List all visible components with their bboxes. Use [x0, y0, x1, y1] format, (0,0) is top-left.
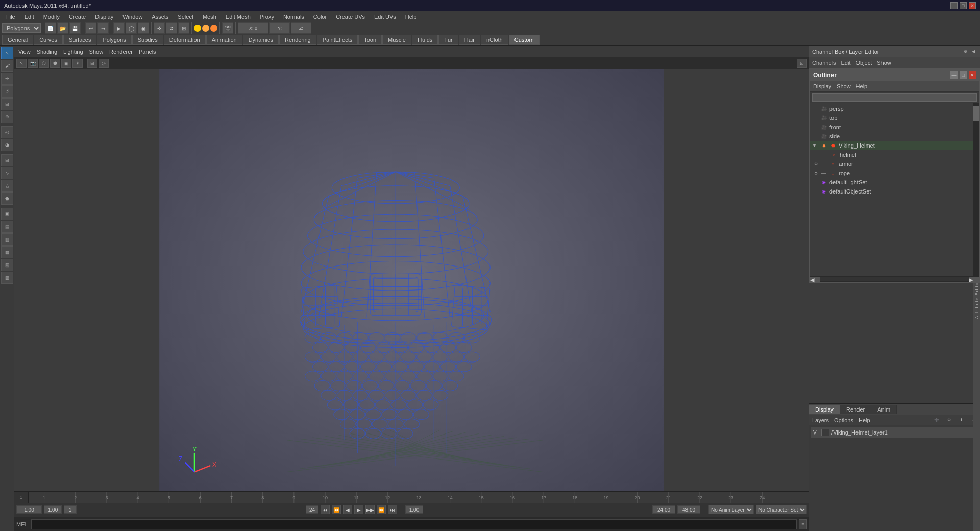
menu-mesh[interactable]: Mesh — [199, 13, 220, 21]
range-current-field[interactable] — [64, 505, 77, 514]
menu-proxy[interactable]: Proxy — [256, 13, 278, 21]
vp-tool-grid[interactable]: ⊞ — [87, 59, 97, 68]
show-manipulator[interactable]: ⊕ — [1, 111, 13, 123]
move-btn[interactable]: ✛ — [154, 22, 165, 34]
outliner-search-input[interactable] — [812, 93, 977, 102]
outliner-menu-show[interactable]: Show — [837, 83, 851, 89]
menu-edit[interactable]: Edit — [20, 13, 38, 21]
playback-current[interactable] — [405, 505, 423, 514]
scale-btn[interactable]: ⊞ — [178, 22, 189, 34]
lasso-btn[interactable]: ◯ — [126, 22, 137, 34]
select-btn[interactable]: ▶ — [113, 22, 125, 34]
tab-deformation[interactable]: Deformation — [164, 35, 206, 45]
outliner-item-viking-helmet[interactable]: ▼ ◆ ⬟ Viking_Helmet — [810, 141, 973, 150]
vp-tool-solid[interactable]: ⬢ — [50, 59, 60, 68]
minimize-button[interactable]: — — [950, 2, 958, 9]
vp-menu-shading[interactable]: Shading — [37, 49, 57, 55]
outliner-item-armor[interactable]: ⚙ — ○ armor — [810, 159, 973, 168]
outliner-item-default-object-set[interactable]: ◉ defaultObjectSet — [810, 187, 973, 196]
menu-select[interactable]: Select — [174, 13, 198, 21]
menu-normals[interactable]: Normals — [279, 13, 308, 21]
cb-menu-channels[interactable]: Channels — [812, 60, 836, 66]
mel-script-editor-btn[interactable]: ≡ — [799, 519, 807, 529]
tab-display[interactable]: Display — [809, 405, 840, 414]
anim-layer-select[interactable]: No Anim Layer — [708, 505, 754, 514]
next-frame-btn[interactable]: ⏩ — [377, 505, 386, 514]
layer-settings-icon[interactable]: ⚙ — [945, 417, 952, 424]
layer-btn1[interactable]: ▣ — [1, 208, 13, 220]
tab-animation[interactable]: Animation — [206, 35, 242, 45]
playback-end[interactable] — [677, 505, 700, 514]
range-end-field[interactable] — [306, 505, 318, 514]
outliner-item-front[interactable]: 🎥 front — [810, 123, 973, 132]
cb-collapse-icon[interactable]: ◀ — [970, 48, 977, 55]
tab-render[interactable]: Render — [840, 405, 871, 414]
mel-input[interactable] — [31, 519, 797, 529]
undo-btn[interactable]: ↩ — [85, 22, 96, 34]
layer-btn6[interactable]: ▨ — [1, 272, 13, 284]
close-button[interactable]: ✕ — [969, 2, 976, 9]
tab-dynamics[interactable]: Dynamics — [243, 35, 279, 45]
menu-help[interactable]: Help — [401, 13, 421, 21]
outliner-menu-display[interactable]: Display — [813, 83, 831, 89]
light3-btn[interactable] — [210, 25, 217, 32]
new-file-btn[interactable]: 📄 — [45, 22, 56, 34]
paint-tool[interactable]: 🖌 — [1, 60, 13, 72]
sub-layers[interactable]: Layers — [812, 417, 829, 423]
outliner-menu-help[interactable]: Help — [856, 83, 868, 89]
outliner-minimize[interactable]: — — [950, 71, 958, 79]
layer-row-viking[interactable]: V /Viking_Helmet_layer1 — [811, 427, 978, 438]
menu-assets[interactable]: Assets — [148, 13, 173, 21]
outliner-h-scroll-left[interactable]: ◀ — [810, 277, 820, 282]
sculpt-tool[interactable]: ⬟ — [1, 192, 13, 205]
outliner-item-rope[interactable]: ⚙ — ○ rope — [810, 168, 973, 178]
play-btn[interactable]: ▶ — [354, 505, 363, 514]
go-end-btn[interactable]: ⏭ — [388, 505, 397, 514]
layer-btn4[interactable]: ▦ — [1, 246, 13, 258]
save-file-btn[interactable]: 💾 — [69, 22, 81, 34]
tab-subdivs[interactable]: Subdivs — [132, 35, 163, 45]
layer-type-indicator[interactable] — [821, 429, 829, 436]
menu-create-uvs[interactable]: Create UVs — [332, 13, 369, 21]
paint-select-btn[interactable]: ◉ — [138, 22, 149, 34]
vp-tool-camera[interactable]: 📷 — [28, 59, 38, 68]
vp-tool-render-region[interactable]: ⊡ — [797, 59, 807, 68]
tab-fluids[interactable]: Fluids — [412, 35, 438, 45]
light2-btn[interactable] — [202, 25, 209, 32]
menu-window[interactable]: Window — [118, 13, 146, 21]
cb-menu-object[interactable]: Object — [855, 60, 872, 66]
sub-options[interactable]: Options — [834, 417, 853, 423]
render-btn[interactable]: 🎬 — [222, 22, 233, 34]
menu-create[interactable]: Create — [65, 13, 90, 21]
vp-tool-light[interactable]: ☀ — [72, 59, 83, 68]
outliner-item-top[interactable]: 🎥 top — [810, 113, 973, 123]
outliner-h-scroll[interactable]: ◀ ▶ — [810, 276, 979, 282]
layer-move-up-icon[interactable]: ⬆ — [958, 417, 965, 424]
prev-frame-btn[interactable]: ⏪ — [332, 505, 341, 514]
layer-visible[interactable]: V — [813, 430, 819, 436]
menu-edit-mesh[interactable]: Edit Mesh — [222, 13, 255, 21]
timeline-ruler[interactable]: 1 2 3 4 5 6 7 — [29, 492, 809, 503]
tab-surfaces[interactable]: Surfaces — [63, 35, 96, 45]
sub-help[interactable]: Help — [859, 417, 870, 423]
outliner-item-persp[interactable]: 🎥 persp — [810, 104, 973, 113]
menu-modify[interactable]: Modify — [39, 13, 64, 21]
vp-tool-texture[interactable]: ▣ — [61, 59, 71, 68]
helmet-expand[interactable]: ▼ — [812, 143, 818, 148]
menu-file[interactable]: File — [2, 13, 19, 21]
tab-rendering[interactable]: Rendering — [279, 35, 316, 45]
tab-muscle[interactable]: Muscle — [382, 35, 411, 45]
outliner-scroll-thumb[interactable] — [973, 106, 979, 121]
outliner-item-side[interactable]: 🎥 side — [810, 132, 973, 141]
curve-tool[interactable]: ∿ — [1, 167, 13, 179]
vp-tool-select[interactable]: ↖ — [16, 59, 27, 68]
rotate-tool[interactable]: ↺ — [1, 85, 13, 98]
outliner-scrollbar[interactable] — [973, 103, 979, 276]
tab-fur[interactable]: Fur — [438, 35, 458, 45]
select-tool[interactable]: ↖ — [1, 47, 13, 59]
vp-tool-snap[interactable]: ◎ — [99, 59, 109, 68]
cb-menu-show[interactable]: Show — [877, 60, 891, 66]
grid-tool[interactable]: ⊞ — [1, 154, 13, 166]
current-time-field[interactable] — [16, 505, 42, 514]
outliner-maximize[interactable]: □ — [960, 71, 967, 79]
